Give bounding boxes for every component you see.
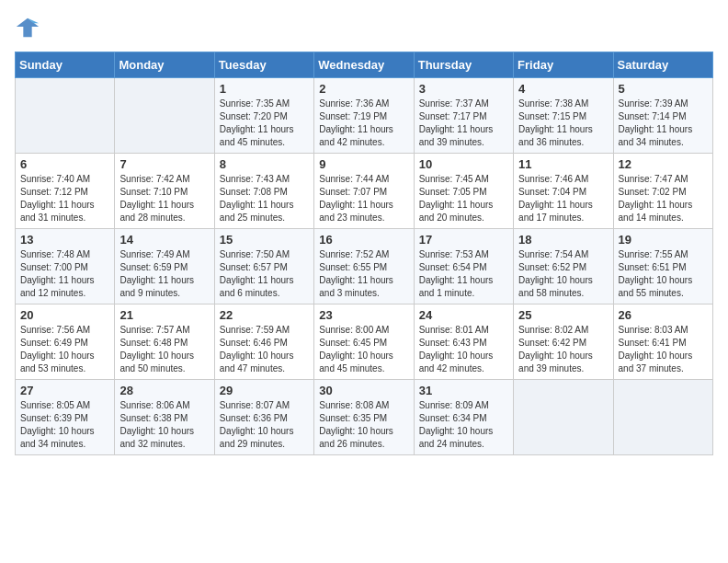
calendar-cell: 30Sunrise: 8:08 AM Sunset: 6:35 PM Dayli… — [314, 380, 414, 455]
day-number: 30 — [319, 384, 408, 397]
header-day: Sunday — [16, 52, 115, 78]
calendar-cell: 24Sunrise: 8:01 AM Sunset: 6:43 PM Dayli… — [414, 304, 513, 380]
day-info: Sunrise: 7:35 AM Sunset: 7:20 PM Dayligh… — [220, 98, 309, 149]
calendar-cell: 18Sunrise: 7:54 AM Sunset: 6:52 PM Dayli… — [514, 229, 613, 304]
day-number: 4 — [518, 82, 608, 96]
calendar-week-row: 13Sunrise: 7:48 AM Sunset: 7:00 PM Dayli… — [16, 229, 713, 304]
day-number: 29 — [220, 384, 309, 397]
day-info: Sunrise: 7:49 AM Sunset: 6:59 PM Dayligh… — [119, 248, 209, 300]
day-number: 24 — [419, 308, 508, 322]
calendar-cell: 22Sunrise: 7:59 AM Sunset: 6:46 PM Dayli… — [214, 304, 313, 380]
calendar-cell: 28Sunrise: 8:06 AM Sunset: 6:38 PM Dayli… — [115, 380, 214, 455]
header-day: Tuesday — [214, 52, 313, 78]
day-number: 15 — [220, 233, 309, 247]
day-info: Sunrise: 7:47 AM Sunset: 7:02 PM Dayligh… — [619, 173, 708, 224]
day-info: Sunrise: 7:55 AM Sunset: 6:51 PM Dayligh… — [619, 248, 708, 300]
calendar-cell: 11Sunrise: 7:46 AM Sunset: 7:04 PM Dayli… — [514, 154, 613, 229]
calendar-table: SundayMondayTuesdayWednesdayThursdayFrid… — [15, 52, 713, 455]
day-number: 12 — [619, 157, 708, 171]
day-number: 19 — [619, 233, 708, 247]
calendar-cell: 8Sunrise: 7:43 AM Sunset: 7:08 PM Daylig… — [214, 154, 313, 229]
calendar-cell: 23Sunrise: 8:00 AM Sunset: 6:45 PM Dayli… — [314, 304, 414, 380]
day-number: 11 — [518, 157, 608, 171]
day-info: Sunrise: 8:01 AM Sunset: 6:43 PM Dayligh… — [419, 324, 508, 375]
svg-marker-0 — [17, 18, 39, 38]
calendar-cell: 27Sunrise: 8:05 AM Sunset: 6:39 PM Dayli… — [16, 380, 115, 455]
calendar-cell: 7Sunrise: 7:42 AM Sunset: 7:10 PM Daylig… — [115, 154, 214, 229]
calendar-cell: 12Sunrise: 7:47 AM Sunset: 7:02 PM Dayli… — [613, 154, 712, 229]
day-number: 18 — [518, 233, 608, 247]
calendar-cell — [115, 78, 214, 154]
calendar-cell: 14Sunrise: 7:49 AM Sunset: 6:59 PM Dayli… — [115, 229, 214, 304]
calendar-cell: 20Sunrise: 7:56 AM Sunset: 6:49 PM Dayli… — [16, 304, 115, 380]
day-number: 27 — [20, 384, 109, 397]
calendar-header: SundayMondayTuesdayWednesdayThursdayFrid… — [16, 52, 713, 78]
day-number: 2 — [319, 82, 408, 96]
page-header — [15, 15, 713, 40]
day-info: Sunrise: 7:56 AM Sunset: 6:49 PM Dayligh… — [20, 324, 109, 375]
day-info: Sunrise: 7:42 AM Sunset: 7:10 PM Dayligh… — [119, 173, 209, 224]
day-number: 23 — [319, 308, 408, 322]
day-info: Sunrise: 8:00 AM Sunset: 6:45 PM Dayligh… — [319, 324, 408, 375]
day-number: 1 — [220, 82, 309, 96]
day-info: Sunrise: 7:48 AM Sunset: 7:00 PM Dayligh… — [20, 248, 109, 300]
calendar-cell: 9Sunrise: 7:44 AM Sunset: 7:07 PM Daylig… — [314, 154, 414, 229]
day-info: Sunrise: 7:43 AM Sunset: 7:08 PM Dayligh… — [220, 173, 309, 224]
calendar-body: 1Sunrise: 7:35 AM Sunset: 7:20 PM Daylig… — [16, 78, 713, 455]
logo — [15, 15, 44, 40]
calendar-cell: 26Sunrise: 8:03 AM Sunset: 6:41 PM Dayli… — [613, 304, 712, 380]
day-info: Sunrise: 8:03 AM Sunset: 6:41 PM Dayligh… — [619, 324, 708, 375]
day-info: Sunrise: 7:37 AM Sunset: 7:17 PM Dayligh… — [419, 98, 508, 149]
day-number: 22 — [220, 308, 309, 322]
day-number: 3 — [419, 82, 508, 96]
header-day: Friday — [514, 52, 613, 78]
calendar-cell: 1Sunrise: 7:35 AM Sunset: 7:20 PM Daylig… — [214, 78, 313, 154]
header-day: Saturday — [613, 52, 712, 78]
calendar-cell: 3Sunrise: 7:37 AM Sunset: 7:17 PM Daylig… — [414, 78, 513, 154]
calendar-cell: 6Sunrise: 7:40 AM Sunset: 7:12 PM Daylig… — [16, 154, 115, 229]
day-number: 8 — [220, 157, 309, 171]
day-number: 20 — [20, 308, 109, 322]
day-info: Sunrise: 8:05 AM Sunset: 6:39 PM Dayligh… — [20, 399, 109, 451]
day-info: Sunrise: 7:52 AM Sunset: 6:55 PM Dayligh… — [319, 248, 408, 300]
day-info: Sunrise: 7:39 AM Sunset: 7:14 PM Dayligh… — [619, 98, 708, 149]
day-info: Sunrise: 7:46 AM Sunset: 7:04 PM Dayligh… — [518, 173, 608, 224]
header-day: Monday — [115, 52, 214, 78]
day-number: 7 — [119, 157, 209, 171]
calendar-cell: 31Sunrise: 8:09 AM Sunset: 6:34 PM Dayli… — [414, 380, 513, 455]
calendar-cell: 10Sunrise: 7:45 AM Sunset: 7:05 PM Dayli… — [414, 154, 513, 229]
day-info: Sunrise: 7:45 AM Sunset: 7:05 PM Dayligh… — [419, 173, 508, 224]
day-number: 16 — [319, 233, 408, 247]
calendar-cell: 29Sunrise: 8:07 AM Sunset: 6:36 PM Dayli… — [214, 380, 313, 455]
day-info: Sunrise: 7:36 AM Sunset: 7:19 PM Dayligh… — [319, 98, 408, 149]
day-number: 26 — [619, 308, 708, 322]
day-number: 10 — [419, 157, 508, 171]
logo-icon — [15, 15, 40, 40]
day-number: 21 — [119, 308, 209, 322]
day-number: 9 — [319, 157, 408, 171]
header-day: Thursday — [414, 52, 513, 78]
day-info: Sunrise: 8:07 AM Sunset: 6:36 PM Dayligh… — [220, 399, 309, 451]
day-number: 5 — [619, 82, 708, 96]
day-info: Sunrise: 7:38 AM Sunset: 7:15 PM Dayligh… — [518, 98, 608, 149]
day-info: Sunrise: 7:59 AM Sunset: 6:46 PM Dayligh… — [220, 324, 309, 375]
calendar-cell: 15Sunrise: 7:50 AM Sunset: 6:57 PM Dayli… — [214, 229, 313, 304]
day-info: Sunrise: 8:09 AM Sunset: 6:34 PM Dayligh… — [419, 399, 508, 451]
calendar-week-row: 1Sunrise: 7:35 AM Sunset: 7:20 PM Daylig… — [16, 78, 713, 154]
calendar-cell: 17Sunrise: 7:53 AM Sunset: 6:54 PM Dayli… — [414, 229, 513, 304]
day-number: 28 — [119, 384, 209, 397]
calendar-week-row: 6Sunrise: 7:40 AM Sunset: 7:12 PM Daylig… — [16, 154, 713, 229]
day-info: Sunrise: 7:44 AM Sunset: 7:07 PM Dayligh… — [319, 173, 408, 224]
day-number: 13 — [20, 233, 109, 247]
calendar-cell — [16, 78, 115, 154]
day-info: Sunrise: 7:40 AM Sunset: 7:12 PM Dayligh… — [20, 173, 109, 224]
day-info: Sunrise: 7:57 AM Sunset: 6:48 PM Dayligh… — [119, 324, 209, 375]
calendar-cell — [613, 380, 712, 455]
day-number: 17 — [419, 233, 508, 247]
calendar-week-row: 20Sunrise: 7:56 AM Sunset: 6:49 PM Dayli… — [16, 304, 713, 380]
calendar-cell: 4Sunrise: 7:38 AM Sunset: 7:15 PM Daylig… — [514, 78, 613, 154]
calendar-cell: 13Sunrise: 7:48 AM Sunset: 7:00 PM Dayli… — [16, 229, 115, 304]
day-info: Sunrise: 8:02 AM Sunset: 6:42 PM Dayligh… — [518, 324, 608, 375]
calendar-cell: 21Sunrise: 7:57 AM Sunset: 6:48 PM Dayli… — [115, 304, 214, 380]
calendar-cell: 25Sunrise: 8:02 AM Sunset: 6:42 PM Dayli… — [514, 304, 613, 380]
